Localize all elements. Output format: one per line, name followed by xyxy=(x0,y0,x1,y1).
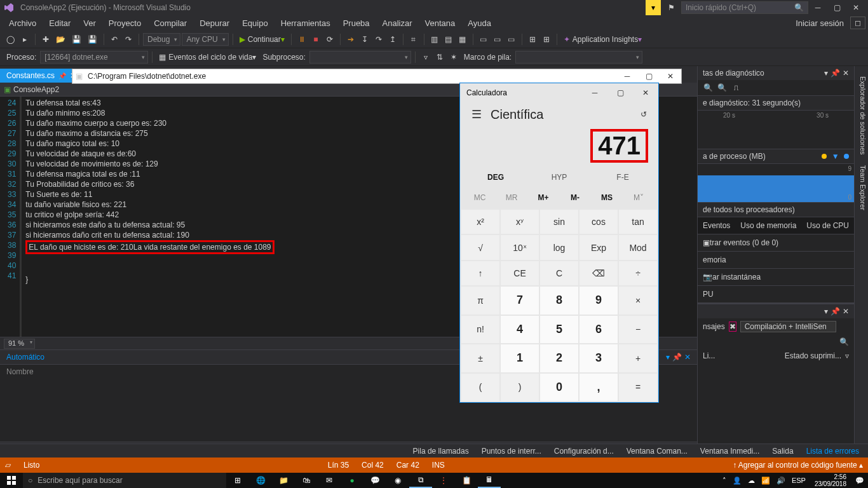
config-combo[interactable]: Debug xyxy=(143,33,180,46)
layout-icon-4[interactable]: ▭ xyxy=(477,32,490,46)
step-out-icon[interactable]: ↥ xyxy=(386,32,399,46)
calc-key-Mod[interactable]: Mod xyxy=(619,235,657,259)
calc-mode-hyp[interactable]: HYP xyxy=(529,169,590,186)
stop-icon[interactable]: ■ xyxy=(309,32,322,46)
calc-key-cos[interactable]: cos xyxy=(580,210,618,234)
diag-tab-memory[interactable]: Uso de memoria xyxy=(740,221,796,230)
calc-key-x²[interactable]: x² xyxy=(461,210,499,234)
errlist-state[interactable]: Estado suprimi... xyxy=(785,351,841,360)
close-button[interactable]: ✕ xyxy=(846,0,865,15)
calc-minimize-button[interactable]: ─ xyxy=(582,83,607,102)
calc-key-2[interactable]: 2 xyxy=(540,344,578,372)
tray-expand-icon[interactable]: ˄ xyxy=(722,477,726,485)
console-maximize-button[interactable]: ▢ xyxy=(638,69,660,83)
calc-key-1[interactable]: 1 xyxy=(501,344,539,372)
panel-dropdown-icon[interactable]: ▾ xyxy=(824,307,828,316)
calc-key-π[interactable]: π xyxy=(461,287,499,314)
calc-mem-m+[interactable]: M+ xyxy=(529,189,558,206)
login-link[interactable]: Iniciar sesión xyxy=(789,17,850,29)
layout-icon-3[interactable]: ▦ xyxy=(456,32,469,46)
feedback-flag-icon[interactable]: ⚑ xyxy=(663,0,679,15)
calc-key-3[interactable]: 3 xyxy=(580,344,618,372)
show-next-stmt-icon[interactable]: ➔ xyxy=(344,32,357,46)
timeline-chart[interactable]: 20 s 30 s xyxy=(698,111,854,149)
bottom-tab-2[interactable]: Configuración d... xyxy=(548,445,620,457)
calc-key-n![interactable]: n! xyxy=(461,316,499,343)
diag-tab-events[interactable]: Eventos xyxy=(703,221,730,230)
visual-studio-icon[interactable]: ⧉ xyxy=(409,473,432,488)
maximize-button[interactable]: ▢ xyxy=(827,0,846,15)
calc-key-)[interactable]: ) xyxy=(501,374,539,401)
console-window[interactable]: ▣ C:\Program Files\dotnet\dotnet.exe ─ ▢… xyxy=(72,69,682,84)
task-view-icon[interactable]: ⊞ xyxy=(226,473,249,488)
menu-proyecto[interactable]: Proyecto xyxy=(102,17,147,29)
stackframe-combo[interactable] xyxy=(515,51,642,64)
pin-icon[interactable]: 📌 xyxy=(58,72,66,79)
project-name[interactable]: ConsoleApp2 xyxy=(13,85,59,94)
menu-ayuda[interactable]: Ayuda xyxy=(461,17,498,29)
layout-icon-1[interactable]: ▥ xyxy=(428,32,441,46)
bottom-tab-1[interactable]: Puntos de interr... xyxy=(475,445,548,457)
calc-titlebar[interactable]: Calculadora ─ ▢ ✕ xyxy=(460,83,658,102)
calc-mode-f-e[interactable]: F-E xyxy=(592,169,653,186)
panel-pin-icon[interactable]: 📌 xyxy=(831,69,840,78)
thread-filter2-icon[interactable]: ✶ xyxy=(447,50,460,64)
calc-close-button[interactable]: ✕ xyxy=(633,83,658,102)
volume-icon[interactable]: 🔊 xyxy=(776,477,785,485)
menu-depurar[interactable]: Depurar xyxy=(193,17,236,29)
calc-key-sin[interactable]: sin xyxy=(540,210,578,234)
nav-fwd-button[interactable]: ▸ xyxy=(18,32,31,46)
calc-key-+[interactable]: + xyxy=(619,344,657,372)
messenger-icon[interactable]: 💬 xyxy=(363,473,386,488)
zoom-combo[interactable]: 91 % xyxy=(4,339,35,349)
calc-key-log[interactable]: log xyxy=(540,235,578,259)
spotify-icon[interactable]: ● xyxy=(341,473,363,488)
tab-constantes[interactable]: Constantes.cs 📌 ✕ xyxy=(0,69,83,83)
console-minimize-button[interactable]: ─ xyxy=(616,69,638,83)
clock[interactable]: 2:56 23/09/2018 xyxy=(812,473,849,487)
calc-key-9[interactable]: 9 xyxy=(580,287,618,314)
layout-icon-2[interactable]: ▤ xyxy=(442,32,455,46)
chrome-icon[interactable]: ◉ xyxy=(386,473,409,488)
calc-key-√[interactable]: √ xyxy=(461,235,499,259)
calc-key-Exp[interactable]: Exp xyxy=(580,235,618,259)
calc-key-6[interactable]: 6 xyxy=(580,316,618,343)
messages-button[interactable]: nsajes xyxy=(703,322,725,331)
panel-close-icon[interactable]: ✕ xyxy=(684,353,691,362)
calc-key-⌫[interactable]: ⌫ xyxy=(580,261,618,285)
view-icon-1[interactable]: ⊞ xyxy=(526,32,539,46)
zoom-out-icon[interactable]: 🔍 xyxy=(717,83,727,93)
calc-key-±[interactable]: ± xyxy=(461,344,499,372)
menu-prueba[interactable]: Prueba xyxy=(337,17,376,29)
calc-key-tan[interactable]: tan xyxy=(619,210,657,234)
console-close-button[interactable]: ✕ xyxy=(660,69,681,83)
thread-filter-icon[interactable]: ▿ xyxy=(419,50,432,64)
panel-dropdown-icon[interactable]: ▾ xyxy=(824,69,828,78)
wifi-icon[interactable]: 📶 xyxy=(761,477,770,485)
calc-key-([interactable]: ( xyxy=(461,374,499,401)
minimize-button[interactable]: ─ xyxy=(808,0,827,15)
menu-editar[interactable]: Editar xyxy=(43,17,77,29)
platform-combo[interactable]: Any CPU xyxy=(182,33,228,46)
search-icon[interactable]: 🔍 xyxy=(839,337,849,346)
calc-menu-icon[interactable]: ☰ xyxy=(466,105,487,124)
action-center-icon[interactable]: 💬 xyxy=(855,477,864,485)
calc-maximize-button[interactable]: ▢ xyxy=(607,83,633,102)
calc-key-CE[interactable]: CE xyxy=(501,261,539,285)
filter-events[interactable]: trar eventos (0 de 0) xyxy=(710,238,849,247)
calc-key-×[interactable]: × xyxy=(619,287,657,314)
save-all-icon[interactable]: 💾 xyxy=(85,32,100,46)
team-explorer-tab[interactable]: Team Explorer xyxy=(855,160,868,215)
calc-key-8[interactable]: 8 xyxy=(540,287,578,314)
filter-icon[interactable]: ▿ xyxy=(845,351,849,360)
bottom-tab-0[interactable]: Pila de llamadas xyxy=(407,445,475,457)
user-icon[interactable]: ◻ xyxy=(850,17,865,29)
bottom-tab-6[interactable]: Lista de errores xyxy=(800,445,865,457)
panel-pin-icon[interactable]: 📌 xyxy=(672,353,682,362)
calc-key-C[interactable]: C xyxy=(540,261,578,285)
build-errors-icon[interactable]: ✖ xyxy=(729,322,736,332)
restart-icon[interactable]: ⟳ xyxy=(323,32,336,46)
source-control-button[interactable]: ↑ Agregar al control de código fuente ▴ xyxy=(733,461,863,470)
view-icon-2[interactable]: ⊞ xyxy=(540,32,553,46)
reset-view-icon[interactable]: ⎍ xyxy=(731,83,741,93)
